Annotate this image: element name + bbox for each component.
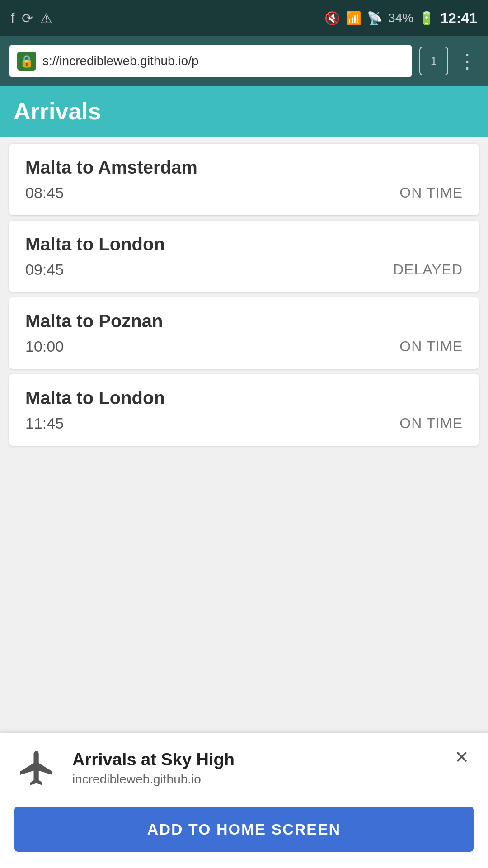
status-bar-right: 🔇 📶 📡 34% 🔋 12:41 xyxy=(324,10,477,27)
add-to-home-screen-button[interactable]: ADD TO HOME SCREEN xyxy=(14,807,474,852)
banner-app-title: Arrivals at Sky High xyxy=(72,750,235,769)
flight-time-3: 10:00 xyxy=(25,338,64,355)
mute-icon: 🔇 xyxy=(324,11,340,26)
refresh-icon: ⟳ xyxy=(22,10,33,26)
flight-card-3[interactable]: Malta to Poznan 10:00 ON TIME xyxy=(9,297,479,369)
flight-route-4: Malta to London xyxy=(25,388,463,408)
secure-lock-wrapper: 🔒 xyxy=(17,52,36,71)
battery-icon: 🔋 xyxy=(419,11,435,26)
flight-time-2: 09:45 xyxy=(25,261,64,278)
flight-status-3: ON TIME xyxy=(399,338,463,355)
tab-count-label: 1 xyxy=(431,54,437,68)
flight-details-2: 09:45 DELAYED xyxy=(25,261,463,278)
url-bar[interactable]: 🔒 s://incredibleweb.github.io/p xyxy=(9,45,412,77)
facebook-icon: f xyxy=(11,10,14,26)
flight-details-3: 10:00 ON TIME xyxy=(25,338,463,355)
flights-container: Malta to Amsterdam 08:45 ON TIME Malta t… xyxy=(0,137,488,732)
close-banner-button[interactable]: ✕ xyxy=(450,745,474,769)
banner-text: Arrivals at Sky High incredibleweb.githu… xyxy=(72,750,235,787)
banner-left: Arrivals at Sky High incredibleweb.githu… xyxy=(14,745,235,791)
flight-route-3: Malta to Poznan xyxy=(25,311,463,331)
battery-level: 34% xyxy=(388,11,413,25)
flight-card-2[interactable]: Malta to London 09:45 DELAYED xyxy=(9,221,479,292)
status-bar: f ⟳ ⚠ 🔇 📶 📡 34% 🔋 12:41 xyxy=(0,0,488,36)
tab-count-button[interactable]: 1 xyxy=(419,47,448,75)
wifi-icon: 📶 xyxy=(346,11,361,26)
flight-details-4: 11:45 ON TIME xyxy=(25,415,463,432)
airplane-icon xyxy=(14,745,60,791)
lock-icon: 🔒 xyxy=(19,54,34,68)
browser-bar: 🔒 s://incredibleweb.github.io/p 1 ⋮ xyxy=(0,36,488,86)
flight-card-1[interactable]: Malta to Amsterdam 08:45 ON TIME xyxy=(9,144,479,215)
more-menu-button[interactable]: ⋮ xyxy=(455,51,479,71)
page-title: Arrivals xyxy=(14,98,101,125)
flight-time-1: 08:45 xyxy=(25,184,64,202)
status-time: 12:41 xyxy=(440,10,477,27)
banner-app-url: incredibleweb.github.io xyxy=(72,772,235,787)
flight-details-1: 08:45 ON TIME xyxy=(25,184,463,202)
flight-route-1: Malta to Amsterdam xyxy=(25,157,463,178)
status-bar-left: f ⟳ ⚠ xyxy=(11,10,52,26)
warning-icon: ⚠ xyxy=(40,10,52,26)
flight-status-4: ON TIME xyxy=(399,415,463,432)
flight-route-2: Malta to London xyxy=(25,234,463,255)
install-banner: Arrivals at Sky High incredibleweb.githu… xyxy=(0,732,488,868)
flight-time-4: 11:45 xyxy=(25,415,64,432)
flight-status-1: ON TIME xyxy=(399,184,463,201)
app-header: Arrivals xyxy=(0,86,488,137)
flight-status-2: DELAYED xyxy=(393,261,463,278)
banner-top: Arrivals at Sky High incredibleweb.githu… xyxy=(14,745,474,791)
url-text: s://incredibleweb.github.io/p xyxy=(42,54,404,68)
signal-icon: 📡 xyxy=(367,11,383,26)
flight-card-4[interactable]: Malta to London 11:45 ON TIME xyxy=(9,374,479,446)
